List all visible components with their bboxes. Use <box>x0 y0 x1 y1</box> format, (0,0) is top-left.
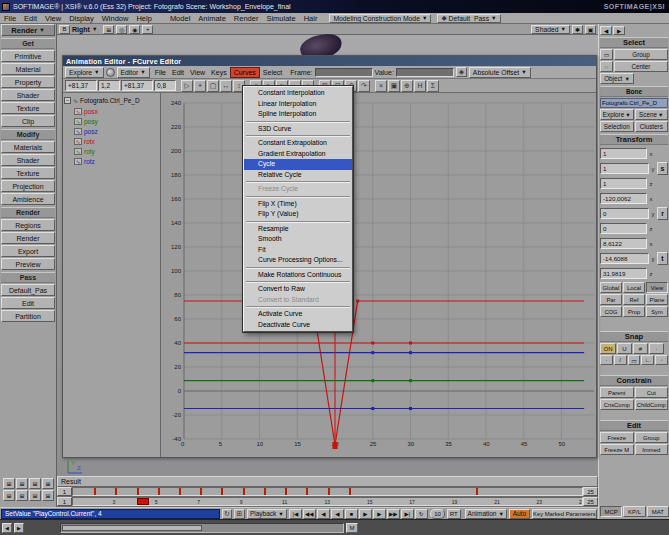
menu-view[interactable]: View <box>41 14 65 23</box>
edit-button-freeze[interactable]: Freeze <box>600 432 634 443</box>
keyframe-tick[interactable] <box>285 488 287 495</box>
transform-value-field[interactable]: 0 <box>600 223 647 234</box>
cog-button-prop[interactable]: Prop <box>623 306 645 317</box>
selection-button[interactable]: Selection <box>600 121 634 132</box>
loop-icon[interactable]: ↻ <box>415 509 428 519</box>
keyframe-point[interactable] <box>409 379 412 382</box>
center-snap-icon[interactable]: ∙ <box>649 343 664 354</box>
menu-item-linear-interpolation[interactable]: Linear Interpolation <box>244 99 352 110</box>
play-icon[interactable]: ▶ <box>359 509 372 519</box>
pass-dropdown[interactable]: ◆ Default_Pass▼ <box>437 14 500 23</box>
realtime-toggle[interactable]: RT <box>447 509 460 519</box>
menu-window[interactable]: Window <box>98 14 133 23</box>
menu-item-gradient-extrapolation[interactable]: Gradient Extrapolation <box>244 149 352 160</box>
tree-channel-posz[interactable]: ∿posz <box>64 126 159 136</box>
group-button[interactable]: Group <box>614 49 668 60</box>
keyframe-point[interactable] <box>371 351 374 354</box>
keyframe-tick[interactable] <box>137 488 139 495</box>
current-frame-marker[interactable] <box>137 498 149 505</box>
menu-item-curve-processing-options-[interactable]: Curve Processing Options... <box>244 255 352 266</box>
menu-item-constant-extrapolation[interactable]: Constant Extrapolation <box>244 138 352 149</box>
menu-edit[interactable]: Edit <box>20 14 41 23</box>
range-start-field[interactable]: 1 <box>57 497 72 506</box>
key-offset-icon[interactable]: ◈ <box>456 67 467 77</box>
toolbar-value-field[interactable]: +81,37 <box>65 80 97 91</box>
toolbar-button-clip[interactable]: Clip <box>1 115 55 127</box>
fcurve-menu-file[interactable]: File <box>152 67 169 78</box>
space-button-local[interactable]: Local <box>623 282 645 293</box>
menu-simulate[interactable]: Simulate <box>262 14 299 23</box>
move-horizontal-icon[interactable]: ↔ <box>220 80 232 92</box>
menu-hair[interactable]: Hair <box>300 14 322 23</box>
rect-select-icon[interactable]: ▭ <box>600 49 613 60</box>
goto-end-icon[interactable]: ▶| <box>401 509 414 519</box>
goto-start-icon[interactable]: |◀ <box>289 509 302 519</box>
menu-item-make-rotations-continuous[interactable]: Make Rotations Continuous <box>244 270 352 281</box>
memo-cam-icon[interactable]: + <box>142 25 153 34</box>
layout-grid-icon[interactable]: ⊞ <box>29 490 41 501</box>
selected-object-name[interactable]: Fotografo.Ctrl_Pe_D <box>600 98 668 108</box>
timeline-scrollbar[interactable] <box>60 523 344 533</box>
keyframe-tick[interactable] <box>94 488 96 495</box>
viewport-view-name[interactable]: Right <box>72 26 90 33</box>
snap-on-toggle[interactable]: ON <box>600 343 616 354</box>
fcurve-menu-view[interactable]: View <box>187 67 208 78</box>
shading-mode-dropdown[interactable]: Shaded▼ <box>531 25 570 34</box>
title-bar[interactable]: SOFTIMAGE® | XSI® v.6.0 (Ess 32) Project… <box>0 0 669 13</box>
toolbar-button-materials[interactable]: Materials <box>1 141 55 153</box>
stats-icon[interactable]: Σ <box>427 80 439 92</box>
fcurve-menu-keys[interactable]: Keys <box>208 67 230 78</box>
viewport-mute-button[interactable]: B <box>59 25 70 34</box>
eye-icon[interactable]: ◎ <box>116 25 127 34</box>
explore-button[interactable]: Explore▼ <box>600 109 634 120</box>
range-start-field[interactable]: 1 <box>57 487 72 496</box>
constrain-button-childcomp[interactable]: ChildComp <box>635 399 669 410</box>
toolbar-value-field[interactable]: 1,2 <box>98 80 120 91</box>
keyframe-tick[interactable] <box>306 488 308 495</box>
layout-grid-icon[interactable]: ⊞ <box>16 478 28 489</box>
keyframe-tick[interactable] <box>221 488 223 495</box>
toolbar-button-property[interactable]: Property <box>1 76 55 88</box>
transform-value-field[interactable]: -120,0062 <box>600 193 647 204</box>
gear-icon[interactable]: ✱ <box>572 25 583 34</box>
menu-model[interactable]: Model <box>166 14 194 23</box>
keyframe-point[interactable] <box>409 342 412 345</box>
range-end-field[interactable]: 25 <box>583 497 598 506</box>
menu-item-resample[interactable]: Resample <box>244 224 352 235</box>
menu-item-smooth[interactable]: Smooth <box>244 234 352 245</box>
keyframe-tick[interactable] <box>349 488 351 495</box>
clusters-button[interactable]: Clusters <box>635 121 669 132</box>
timeline-ruler-track[interactable]: 135791113151719212325 <box>72 497 583 506</box>
edit-key-tool-icon[interactable]: ▷ <box>181 80 193 92</box>
edit-button-immed[interactable]: Immed <box>635 444 669 455</box>
keyframe-point[interactable] <box>409 351 412 354</box>
menu-item-s3d-curve[interactable]: S3D Curve <box>244 124 352 135</box>
menu-item-deactivate-curve[interactable]: Deactivate Curve <box>244 320 352 331</box>
keyframe-tick[interactable] <box>328 488 330 495</box>
menu-file[interactable]: File <box>0 14 20 23</box>
boundary-snap-icon[interactable]: ∟ <box>641 355 654 365</box>
constrain-button-cnscomp[interactable]: CnsComp <box>600 399 634 410</box>
tab-kpl[interactable]: KP/L <box>623 506 645 517</box>
toolbar-switcher-dropdown[interactable]: Render▼ <box>1 24 55 36</box>
pivot-snap-icon[interactable]: ◦ <box>655 355 668 365</box>
menu-help[interactable]: Help <box>132 14 155 23</box>
constrain-button-parent[interactable]: Parent <box>600 387 634 398</box>
toolbar-button-texture[interactable]: Texture <box>1 102 55 114</box>
cut-icon[interactable]: × <box>375 80 387 92</box>
toolbar-button-export[interactable]: Export <box>1 245 55 257</box>
edit-button-freeze-m[interactable]: Freeze M <box>600 444 634 455</box>
tree-channel-roty[interactable]: ∿roty <box>64 146 159 156</box>
prev-key-icon[interactable]: ◀◀ <box>303 509 316 519</box>
fcurve-menu-curves[interactable]: Curves <box>230 67 260 78</box>
offset-mode-dropdown[interactable]: Absolute Offset▼ <box>469 67 531 78</box>
keyframe-point[interactable] <box>371 407 374 410</box>
toolbar-button-shader[interactable]: Shader <box>1 89 55 101</box>
toolbar-button-texture[interactable]: Texture <box>1 167 55 179</box>
copy-icon[interactable]: ▣ <box>388 80 400 92</box>
fcurve-tree-root[interactable]: −∿Fotografo.Ctrl_Pe_D <box>64 95 159 106</box>
keyframe-point[interactable] <box>371 379 374 382</box>
script-status-line[interactable]: SetValue "PlayControl.Current", 4 <box>1 509 220 519</box>
point-snap-icon[interactable]: · <box>600 355 613 365</box>
menu-item-activate-curve[interactable]: Activate Curve <box>244 309 352 320</box>
